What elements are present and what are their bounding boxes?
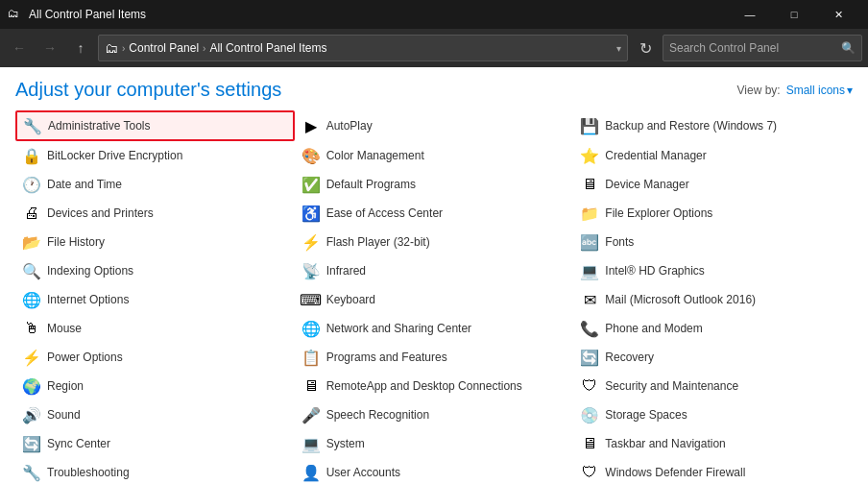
item-icon: ✅ <box>301 175 321 194</box>
list-item[interactable]: 🕐Date and Time <box>15 170 295 199</box>
forward-button[interactable]: → <box>36 35 63 61</box>
list-item[interactable]: 💻System <box>295 429 574 458</box>
item-icon: 📞 <box>580 319 599 338</box>
list-item[interactable]: 🔍Indexing Options <box>15 256 295 285</box>
list-item[interactable]: 🖨Devices and Printers <box>15 199 295 228</box>
list-item[interactable]: ▶AutoPlay <box>295 110 574 141</box>
list-item[interactable]: 👤User Accounts <box>295 458 574 484</box>
item-label: RemoteApp and Desktop Connections <box>326 379 522 393</box>
list-item[interactable]: 🔊Sound <box>15 400 295 429</box>
item-icon: 🔄 <box>22 434 41 453</box>
minimize-button[interactable]: — <box>728 0 772 29</box>
item-icon: 💻 <box>580 261 599 280</box>
list-item[interactable]: ⌨Keyboard <box>295 285 574 314</box>
item-icon: 🔍 <box>22 261 41 280</box>
item-icon: 🌍 <box>22 376 41 396</box>
list-item[interactable]: 🌐Network and Sharing Center <box>295 314 574 343</box>
item-icon: 🖥 <box>580 175 599 194</box>
item-label: Troubleshooting <box>47 466 130 479</box>
list-item[interactable]: 🔤Fonts <box>573 228 853 256</box>
list-item[interactable]: 🎨Color Management <box>295 141 574 170</box>
item-label: Default Programs <box>326 178 416 191</box>
list-item[interactable]: 🌍Region <box>15 372 295 400</box>
list-item[interactable]: ✉Mail (Microsoft Outlook 2016) <box>573 285 853 314</box>
item-icon: 🔒 <box>22 146 41 165</box>
list-item[interactable]: 📡Infrared <box>295 256 574 285</box>
list-item[interactable]: 🖱Mouse <box>15 314 295 343</box>
item-icon: ⚡ <box>301 232 321 252</box>
content-header: Adjust your computer's settings View by:… <box>15 67 853 110</box>
list-item[interactable]: ⚡Power Options <box>15 343 295 372</box>
list-item[interactable]: ⚡Flash Player (32-bit) <box>295 228 574 256</box>
list-item[interactable]: 📁File Explorer Options <box>573 199 853 228</box>
list-item[interactable]: 🖥Taskbar and Navigation <box>573 429 853 458</box>
item-label: Phone and Modem <box>605 322 702 335</box>
back-button[interactable]: ← <box>6 35 33 61</box>
list-item[interactable]: 🔧Troubleshooting <box>15 458 295 484</box>
item-icon: 🔧 <box>22 463 41 482</box>
item-icon: 🔤 <box>580 232 599 252</box>
list-item[interactable]: 💿Storage Spaces <box>573 400 853 429</box>
item-icon: ⌨ <box>301 290 321 309</box>
address-bar[interactable]: 🗂 › Control Panel › All Control Panel It… <box>98 35 628 61</box>
list-item[interactable]: 🛡Security and Maintenance <box>573 372 853 400</box>
refresh-button[interactable]: ↻ <box>632 35 659 61</box>
item-icon: ⚡ <box>22 348 41 367</box>
item-icon: 📁 <box>580 204 599 223</box>
item-label: Mail (Microsoft Outlook 2016) <box>605 293 756 306</box>
address-sep2: › <box>203 43 205 54</box>
item-icon: 💻 <box>301 434 321 453</box>
close-button[interactable]: ✕ <box>816 0 860 29</box>
item-label: Indexing Options <box>47 264 133 278</box>
list-item[interactable]: 🖥RemoteApp and Desktop Connections <box>295 372 574 400</box>
item-icon: 🎤 <box>301 405 321 424</box>
list-item[interactable]: 🎤Speech Recognition <box>295 400 574 429</box>
item-label: Device Manager <box>605 178 688 191</box>
list-item[interactable]: 🔄Recovery <box>573 343 853 372</box>
item-label: Date and Time <box>47 178 122 191</box>
item-label: Power Options <box>47 351 123 364</box>
item-label: Network and Sharing Center <box>326 322 471 335</box>
item-label: File Explorer Options <box>605 206 712 220</box>
view-by-option[interactable]: Small icons ▾ <box>786 84 853 97</box>
item-icon: 🎨 <box>301 146 321 165</box>
list-item[interactable]: 📂File History <box>15 228 295 256</box>
item-label: Internet Options <box>47 293 129 306</box>
item-icon: 📡 <box>301 261 321 280</box>
item-icon: 🔄 <box>580 348 599 367</box>
list-item[interactable]: 🔧Administrative Tools <box>15 110 295 141</box>
list-item[interactable]: 💾Backup and Restore (Windows 7) <box>573 110 853 141</box>
page-title: Adjust your computer's settings <box>15 79 281 101</box>
search-input[interactable] <box>669 41 841 55</box>
item-label: Fonts <box>605 235 634 249</box>
list-item[interactable]: ✅Default Programs <box>295 170 574 199</box>
view-by-dropdown-icon[interactable]: ▾ <box>847 84 853 97</box>
up-button[interactable]: ↑ <box>67 35 94 61</box>
item-label: Taskbar and Navigation <box>605 437 725 450</box>
list-item[interactable]: 🖥Device Manager <box>573 170 853 199</box>
list-item[interactable]: 🌐Internet Options <box>15 285 295 314</box>
item-label: Programs and Features <box>326 351 447 364</box>
list-item[interactable]: 📋Programs and Features <box>295 343 574 372</box>
item-label: Storage Spaces <box>605 408 687 422</box>
search-box[interactable]: 🔍 <box>663 35 862 61</box>
address-dropdown-icon[interactable]: ▾ <box>616 43 621 54</box>
item-icon: 🖥 <box>301 376 321 396</box>
item-label: Administrative Tools <box>48 119 151 133</box>
list-item[interactable]: 🔄Sync Center <box>15 429 295 458</box>
item-label: Security and Maintenance <box>605 379 738 393</box>
list-item[interactable]: 🔒BitLocker Drive Encryption <box>15 141 295 170</box>
item-icon: 💿 <box>580 405 599 424</box>
item-label: Sound <box>47 408 81 422</box>
item-icon: 🖱 <box>22 319 41 338</box>
list-item[interactable]: ⭐Credential Manager <box>573 141 853 170</box>
list-item[interactable]: 💻Intel® HD Graphics <box>573 256 853 285</box>
titlebar-title: All Control Panel Items <box>29 8 728 21</box>
item-icon: 🔊 <box>22 405 41 424</box>
address-icon: 🗂 <box>105 40 118 56</box>
list-item[interactable]: 🛡Windows Defender Firewall <box>573 458 853 484</box>
item-label: Backup and Restore (Windows 7) <box>605 119 777 133</box>
list-item[interactable]: 📞Phone and Modem <box>573 314 853 343</box>
maximize-button[interactable]: □ <box>772 0 816 29</box>
list-item[interactable]: ♿Ease of Access Center <box>295 199 574 228</box>
